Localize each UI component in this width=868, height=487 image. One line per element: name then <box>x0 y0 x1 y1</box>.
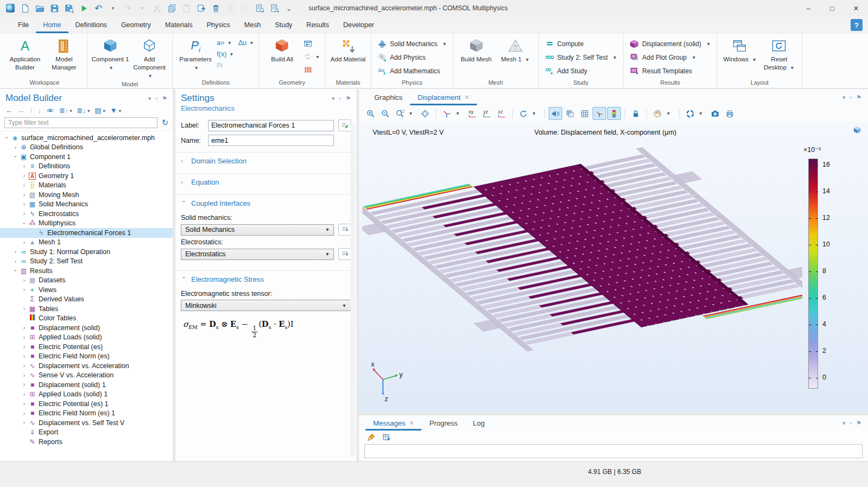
tab-messages[interactable]: Messages ✕ <box>366 415 422 431</box>
cut-icon[interactable] <box>151 2 163 14</box>
ribbon-small-a[interactable]: a=▼ <box>217 39 232 47</box>
clear-broom-icon[interactable] <box>366 432 376 442</box>
transparency-icon[interactable] <box>563 107 577 120</box>
tree-node-study-1-normal-operation[interactable]: ›∞Study 1: Normal Operation <box>0 247 173 257</box>
run-icon[interactable] <box>78 2 90 14</box>
ribbon-button-application-builder[interactable]: AApplication Builder <box>6 35 44 72</box>
close-button[interactable]: ✕ <box>844 0 868 16</box>
tree-node-study-2-self-test[interactable]: ›∞Study 2: Self Test <box>0 257 173 267</box>
tree-expander-icon[interactable]: › <box>21 344 28 350</box>
view-yz-icon[interactable]: yz <box>480 107 494 120</box>
tree-node-geometry-1[interactable]: ›AGeometry 1 <box>0 171 173 181</box>
panel-menu-chevron-icon[interactable]: ▾ <box>148 95 152 102</box>
tree-expander-icon[interactable]: › <box>21 401 28 407</box>
tab-displacement[interactable]: Displacement ✕ <box>410 89 477 105</box>
tree-expander-icon[interactable]: › <box>4 134 10 141</box>
tree-expander-icon[interactable]: › <box>12 153 18 160</box>
copy-icon[interactable] <box>166 2 178 14</box>
redo-icon[interactable]: ↷ <box>122 2 134 14</box>
tree-node-surface-micromachined-accelerometer-mph[interactable]: ›◈surface_micromachined_accelerometer.mp… <box>0 133 173 143</box>
panel-float-icon[interactable]: ▫ <box>850 420 852 426</box>
ribbon-button-result-templates[interactable]: Result Templates <box>630 66 710 75</box>
move-down-icon[interactable]: ↓ <box>38 106 42 115</box>
ribbon-small-f-x[interactable]: f(x)▼ <box>217 50 234 58</box>
menu-item-developer[interactable]: Developer <box>336 16 381 33</box>
find-icon[interactable] <box>254 2 266 14</box>
color-legend-icon[interactable] <box>607 107 621 120</box>
panel-pin-icon[interactable]: ⚑ <box>162 95 167 102</box>
tree-expander-icon[interactable]: › <box>21 410 28 416</box>
tree-expander-icon[interactable]: › <box>12 258 19 264</box>
tree-node-solid-mechanics[interactable]: ›▦Solid Mechanics <box>0 200 173 210</box>
toolbar-overflow-icon[interactable]: ⌄ <box>283 2 295 14</box>
scene-light-icon[interactable] <box>683 107 697 120</box>
dropdown-chevron-icon[interactable]: ▼ <box>699 111 703 116</box>
menu-item-definitions[interactable]: Definitions <box>68 16 114 33</box>
tree-node-electric-potential-es[interactable]: ›■Electric Potential (es) <box>0 342 173 352</box>
save-as-icon[interactable] <box>63 2 75 14</box>
print-icon[interactable] <box>723 107 737 120</box>
redo-chevron-icon[interactable]: ▾ <box>136 2 148 14</box>
section-electromagnetic-stress[interactable]: › Electromagnetic Stress <box>175 270 356 287</box>
tree-expander-icon[interactable]: › <box>21 192 28 198</box>
show-icon[interactable] <box>46 106 54 115</box>
tree-node-applied-loads-solid-1[interactable]: ›⊞Applied Loads (solid) 1 <box>0 390 173 400</box>
menu-item-physics[interactable]: Physics <box>199 16 237 33</box>
zoom-in-icon[interactable] <box>364 107 378 120</box>
go-to-source-button[interactable] <box>338 248 351 260</box>
menu-item-study[interactable]: Study <box>268 16 299 33</box>
tree-expander-icon[interactable]: › <box>21 363 28 369</box>
tree-expander-icon[interactable]: › <box>21 334 28 340</box>
tree-node-global-definitions[interactable]: ›⊕Global Definitions <box>0 143 173 153</box>
tree-expander-icon[interactable]: › <box>12 144 19 150</box>
panel-menu-chevron-icon[interactable]: ▾ <box>842 420 846 427</box>
tree-expander-icon[interactable]: › <box>21 420 28 426</box>
tree-node-tables[interactable]: ›▦Tables <box>0 304 173 314</box>
tree-expander-icon[interactable]: › <box>12 267 18 274</box>
settings-scrollbar[interactable] <box>350 124 355 457</box>
tree-expander-icon[interactable]: › <box>21 277 28 283</box>
tree-node-views[interactable]: ›⌖Views <box>0 285 173 295</box>
tree-node-displacement-solid[interactable]: ›■Displacement (solid) <box>0 323 173 333</box>
tree-node-sense-v-vs-acceleration[interactable]: ›∿Sense V vs. Acceleration <box>0 371 173 381</box>
tree-node-displacement-solid-1[interactable]: ›■Displacement (solid) 1 <box>0 380 173 390</box>
messages-output[interactable] <box>364 444 863 458</box>
tree-expander-icon[interactable]: › <box>21 382 28 388</box>
ribbon-button-parameters[interactable]: PiParameters ▼ <box>177 35 215 72</box>
expand-all-icon[interactable]: ≣↓▾ <box>77 106 90 115</box>
accelerometer-3d-model[interactable] <box>362 135 802 408</box>
go-to-view-icon[interactable] <box>440 107 454 120</box>
open-file-icon[interactable] <box>34 2 46 14</box>
speaker-icon[interactable] <box>549 107 562 120</box>
dropdown-chevron-icon[interactable]: ▼ <box>666 111 670 116</box>
color-palette-icon[interactable] <box>651 107 664 120</box>
ribbon-button-build-mesh[interactable]: Build Mesh <box>457 35 495 64</box>
menu-item-materials[interactable]: Materials <box>158 16 200 33</box>
ribbon-button-add-plot-group[interactable]: Add Plot Group▼ <box>630 53 710 62</box>
menu-item-geometry[interactable]: Geometry <box>114 16 158 33</box>
refresh-icon[interactable]: ↻ <box>161 118 168 128</box>
ribbon-button-displacement-solid[interactable]: Displacement (solid)▼ <box>630 39 710 48</box>
view-xz-icon[interactable]: xz <box>495 107 508 120</box>
dropdown-chevron-icon[interactable]: ▼ <box>408 111 413 116</box>
tree-node-definitions[interactable]: ›≡Definitions <box>0 162 173 172</box>
stress-tensor-select[interactable]: Minkowski▼ <box>181 300 351 311</box>
scene-axes-icon[interactable] <box>593 107 606 120</box>
menu-item-file[interactable]: File <box>11 16 36 33</box>
panel-menu-chevron-icon[interactable]: ▾ <box>332 95 335 102</box>
ribbon-button-add-physics[interactable]: Add Physics <box>378 53 447 62</box>
section-domain-selection[interactable]: › Domain Selection <box>175 152 356 169</box>
filter-funnel-icon[interactable]: ▼▾ <box>110 106 121 115</box>
zoom-box-icon[interactable] <box>393 107 407 120</box>
ribbon-button-model-manager[interactable]: Model Manager <box>45 35 83 72</box>
ribbon-small-u[interactable]: Δu▼ <box>238 39 254 47</box>
tree-node-applied-loads-solid[interactable]: ›⊞Applied Loads (solid) <box>0 333 173 343</box>
undo-icon[interactable]: ↶ <box>92 2 104 14</box>
ribbon-button-study-2-self-test[interactable]: Study 2: Self Test▼ <box>545 53 618 62</box>
delete-icon[interactable] <box>210 2 222 14</box>
panel-float-icon[interactable]: ▫ <box>850 94 852 100</box>
tree-expander-icon[interactable]: › <box>21 287 28 293</box>
ribbon-button-component-1[interactable]: Component 1 ▼ <box>91 35 129 72</box>
tree-expander-icon[interactable]: › <box>21 239 28 245</box>
menu-item-home[interactable]: Home <box>36 16 68 33</box>
